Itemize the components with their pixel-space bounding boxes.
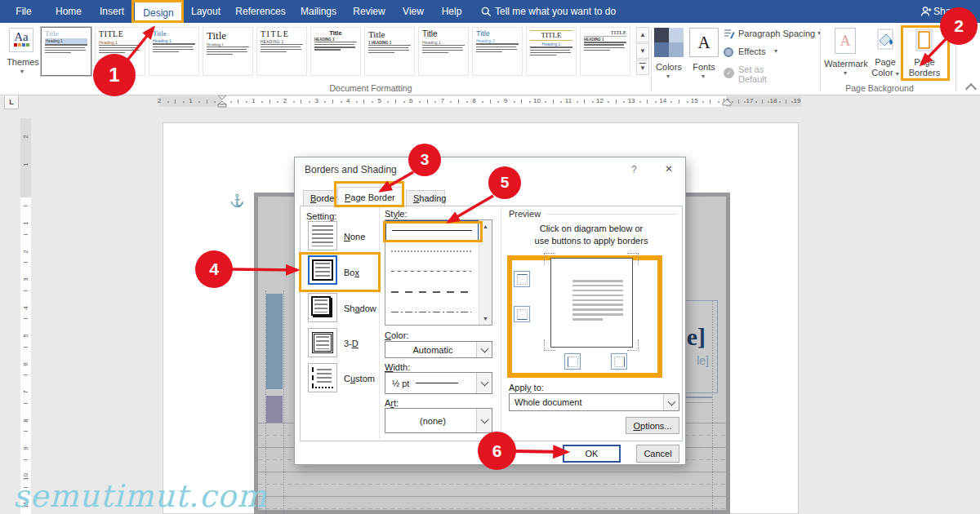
setting-option-label[interactable]: Shadow xyxy=(344,304,376,313)
style-set-item[interactable]: TitleHeading 1 xyxy=(203,27,253,76)
vertical-ruler[interactable]: 211234567891011 xyxy=(20,118,31,514)
style-option-dash-dot-line[interactable] xyxy=(385,302,479,322)
art-dropdown-arrow[interactable] xyxy=(476,409,492,432)
effects-button[interactable]: Effects ▾ xyxy=(724,46,733,60)
width-dropdown-arrow[interactable] xyxy=(476,373,492,393)
ruler-mark: 3 xyxy=(285,96,317,107)
ok-button[interactable]: OK xyxy=(563,445,621,463)
color-dropdown-arrow[interactable] xyxy=(476,342,492,357)
tab-design[interactable]: Design xyxy=(135,2,182,23)
tab-view[interactable]: View xyxy=(399,0,428,23)
border-shadow-icon[interactable] xyxy=(308,293,337,322)
preview-text-line xyxy=(572,318,603,321)
style-option-solid-line[interactable] xyxy=(385,220,479,241)
dialog-tab-page-border[interactable]: Page Border xyxy=(337,187,404,206)
art-dropdown[interactable]: (none) xyxy=(385,408,492,433)
tab-references[interactable]: References xyxy=(235,0,286,23)
ruler-segment: 1234567891011 xyxy=(20,197,31,514)
paragraph-spacing-button[interactable]: Paragraph Spacing ▾ xyxy=(724,28,735,42)
tab-stop-selector[interactable]: L xyxy=(4,95,19,109)
gallery-more-button[interactable]: ▼ xyxy=(636,60,649,75)
scroll-up-icon[interactable]: ▲ xyxy=(479,220,492,233)
style-list-scrollbar[interactable]: ▲▼ xyxy=(479,220,492,325)
fonts-icon: A xyxy=(689,28,719,57)
ruler-segment: 21 xyxy=(159,96,222,107)
tell-me-box[interactable]: Tell me what you want to do xyxy=(495,6,616,17)
apply-to-label: Apply to: xyxy=(509,383,544,392)
cancel-button[interactable]: Cancel xyxy=(636,445,679,463)
border-box-icon[interactable] xyxy=(308,255,337,285)
style-set-item[interactable]: TITLEHEADING 1 xyxy=(256,27,307,76)
ruler-mark: 19 xyxy=(773,96,797,107)
page-borders-icon xyxy=(914,28,935,54)
dialog-tab-borders[interactable]: Borders xyxy=(303,190,339,206)
dialog-tab-shading[interactable]: Shading xyxy=(406,190,445,206)
tab-file[interactable]: File xyxy=(10,0,38,23)
tab-review[interactable]: Review xyxy=(350,0,389,23)
setting-option-label[interactable]: None xyxy=(344,232,365,241)
dialog-close-icon[interactable]: ✕ xyxy=(665,163,673,175)
style-set-item[interactable]: TitleHeading 1 xyxy=(472,27,523,76)
ruler-mark: 7 xyxy=(411,96,443,107)
tab-insert[interactable]: Insert xyxy=(95,0,129,23)
page-color-icon xyxy=(875,28,896,54)
style-set-item[interactable]: TITLEHeading 1 xyxy=(526,27,577,76)
indent-markers[interactable] xyxy=(217,95,227,108)
bottom-border-button[interactable] xyxy=(514,306,530,322)
table-rule-solid xyxy=(258,496,726,497)
style-set-item[interactable]: TITLEHEADING 1 xyxy=(580,27,630,76)
preview-text-line xyxy=(572,308,623,311)
word-window: FileHomeInsertDesignLayoutReferencesMail… xyxy=(0,0,980,514)
preview-text-line xyxy=(572,290,623,292)
style-set-item[interactable]: TitleHeading 1 xyxy=(41,27,91,76)
setting-option-label[interactable]: Box xyxy=(344,268,359,277)
style-option-dashed-line[interactable] xyxy=(385,261,479,281)
callout-badge-6: 6 xyxy=(478,432,516,470)
right-border-button[interactable] xyxy=(611,353,627,370)
colors-swatch-icon xyxy=(654,28,684,57)
style-listbox[interactable]: ▲▼ xyxy=(385,219,492,326)
dialog-help-icon[interactable]: ? xyxy=(631,164,637,175)
style-set-item[interactable]: TitleHeading 1 xyxy=(149,27,199,76)
color-label: Color: xyxy=(385,330,408,340)
tab-help[interactable]: Help xyxy=(435,0,468,23)
preview-diagram-highlight xyxy=(507,255,662,378)
style-option-wide-dashed-line[interactable] xyxy=(385,281,479,302)
style-set-item[interactable]: TitleHEADING 1 xyxy=(310,27,361,76)
setting-option-label[interactable]: 3-D xyxy=(344,339,359,348)
horizontal-ruler[interactable]: 2112345678910111213141516171819 xyxy=(159,96,801,107)
border-custom-icon[interactable] xyxy=(308,363,337,392)
tab-home[interactable]: Home xyxy=(51,0,87,23)
style-set-item[interactable]: Title1 HEADING 1 xyxy=(364,27,415,76)
border-3d-icon[interactable] xyxy=(308,328,337,357)
ruler-mark: 18 xyxy=(750,96,773,107)
dialog-title: Borders and Shading xyxy=(305,164,397,175)
ruler-mark: 15 xyxy=(663,96,695,107)
tab-mailings[interactable]: Mailings xyxy=(296,0,341,23)
preview-text-line xyxy=(572,304,623,306)
watermark-icon: A xyxy=(835,28,856,54)
tab-layout[interactable]: Layout xyxy=(189,0,223,23)
left-border-button[interactable] xyxy=(564,353,581,370)
apply-to-dropdown-arrow[interactable] xyxy=(663,394,679,410)
art-label: Art: xyxy=(385,398,399,408)
setting-option-label[interactable]: Custom xyxy=(344,374,375,383)
scroll-down-icon[interactable]: ▼ xyxy=(479,312,492,325)
width-dropdown[interactable]: ½ pt xyxy=(385,372,492,394)
options-button[interactable]: Options... xyxy=(626,417,679,434)
gallery-scroll-up-button[interactable]: ▲ xyxy=(636,27,649,42)
right-indent-marker[interactable] xyxy=(722,99,732,107)
preview-label: Preview xyxy=(509,209,541,219)
color-dropdown[interactable]: Automatic xyxy=(385,341,492,358)
style-set-item[interactable]: TitleHeading 1 xyxy=(418,27,469,76)
gallery-scroll-down-button[interactable]: ▼ xyxy=(636,43,649,59)
top-border-button[interactable] xyxy=(514,271,530,287)
apply-to-dropdown[interactable]: Whole document xyxy=(509,393,679,411)
collapse-ribbon-icon[interactable] xyxy=(965,83,977,95)
table-rule-dashed xyxy=(258,508,726,509)
preview-caption: Click on diagram below oruse buttons to … xyxy=(504,223,679,247)
table-rule-dashed xyxy=(258,484,726,485)
border-none-icon[interactable] xyxy=(308,221,337,250)
style-option-dotted-line[interactable] xyxy=(385,241,479,261)
set-as-default-button[interactable]: ✓ Set as Default xyxy=(724,64,734,78)
